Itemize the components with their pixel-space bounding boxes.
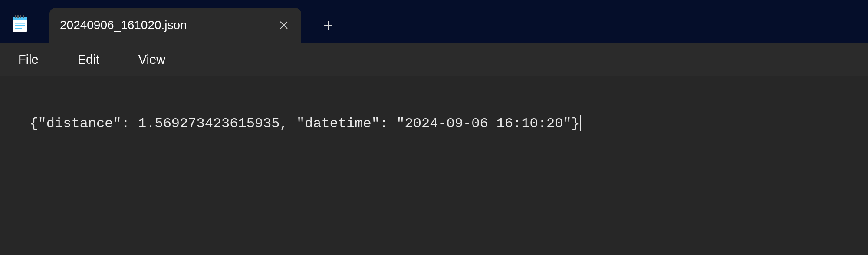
menu-file[interactable]: File — [15, 50, 42, 70]
svg-rect-8 — [15, 28, 22, 29]
text-editor[interactable]: {"distance": 1.569273423615935, "datetim… — [0, 76, 868, 255]
notepad-icon — [12, 14, 28, 33]
notepad-app-icon — [12, 14, 28, 33]
active-tab[interactable]: 20240906_161020.json — [49, 8, 301, 43]
menu-view[interactable]: View — [135, 50, 169, 70]
new-tab-button[interactable] — [315, 12, 341, 38]
svg-rect-3 — [17, 15, 19, 18]
menu-edit[interactable]: Edit — [74, 50, 103, 70]
menu-bar: File Edit View — [0, 43, 868, 76]
svg-rect-2 — [15, 15, 16, 18]
close-icon — [279, 21, 288, 30]
editor-content: {"distance": 1.569273423615935, "datetim… — [30, 116, 579, 132]
tab-title: 20240906_161020.json — [60, 18, 274, 32]
svg-rect-6 — [15, 23, 25, 24]
svg-rect-7 — [15, 25, 25, 26]
svg-rect-4 — [20, 15, 21, 18]
title-bar: 20240906_161020.json — [0, 0, 868, 43]
close-tab-button[interactable] — [274, 16, 293, 35]
text-cursor — [580, 115, 581, 131]
plus-icon — [323, 20, 333, 30]
svg-rect-5 — [23, 15, 24, 18]
